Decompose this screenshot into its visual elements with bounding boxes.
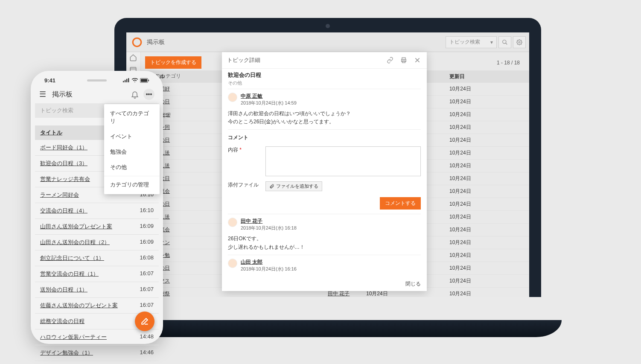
op-body: 澤田さんの歓迎会の日程はいつ頃がいいでしょうか？ 今のところ26日(金)がいいか… — [228, 108, 421, 130]
list-item[interactable]: 交流会の日程（4）16:10 — [35, 203, 159, 219]
pagination-top: 1 - 18 / 18 — [497, 60, 525, 66]
updated-date: 10月24日 — [446, 160, 529, 172]
topic-title: 歓迎会の日程 — [228, 69, 421, 79]
topic-link[interactable]: ボード同好会（1） — [40, 144, 87, 151]
topic-time: 16:07 — [140, 302, 154, 309]
close-link[interactable]: 閉じる — [405, 281, 421, 287]
topic-link[interactable]: 営業ナレッジ共有会 — [40, 175, 90, 183]
avatar — [228, 93, 237, 102]
attach-label: 添付ファイル — [228, 181, 262, 189]
op-timestamp: 2018年10月24日(水) 14:59 — [241, 100, 297, 106]
updated-date: 10月24日 — [446, 275, 529, 288]
updated-date: 10月24日 — [446, 236, 529, 249]
list-item[interactable]: 佐藤さん送別会のプレゼント案16:07 — [35, 298, 159, 314]
app-logo-icon — [130, 35, 144, 50]
create-topic-button[interactable]: トピックを作成する — [145, 56, 201, 69]
laptop-base — [94, 320, 562, 337]
svg-point-0 — [133, 38, 141, 47]
op-author[interactable]: 中原 正敏 — [241, 93, 297, 100]
list-item[interactable]: デザイン勉強会（1）14:46 — [35, 345, 159, 361]
updated-date: 10月24日 — [446, 224, 529, 236]
bell-icon[interactable] — [131, 90, 139, 99]
dropdown-item[interactable]: その他 — [104, 160, 160, 175]
comment: 山田 太郎 2018年10月24日(水) 16:16 — [228, 255, 421, 274]
updated-date: 10月24日 — [446, 288, 529, 297]
topic-link[interactable]: 創立記念日について（1） — [40, 254, 104, 262]
topic-link[interactable]: デザイン勉強会（1） — [40, 349, 93, 357]
topic-link[interactable]: 交流会の日程（4） — [40, 207, 87, 215]
topic-link[interactable]: 佐藤さん送別会のプレゼント案 — [40, 302, 118, 309]
updated-date: 10月24日 — [446, 96, 529, 108]
chevron-down-icon: ▾ — [490, 39, 493, 45]
laptop-screen: 掲示板 トピック検索 ▾ — [126, 32, 529, 297]
topic-time: 16:09 — [140, 223, 154, 230]
category-dropdown: すべてのカテゴリイベント勉強会その他 カテゴリの管理 — [104, 104, 160, 194]
topic-time: 16:07 — [140, 270, 154, 278]
list-item[interactable]: 送別会の日程（1）16:07 — [35, 282, 159, 298]
phone-frame: 9:41 ☰ 掲示板 ••• トピック検索 タイトル ボード同好会（1）歓迎会の… — [31, 71, 163, 344]
laptop-camera — [326, 24, 330, 28]
dropdown-item[interactable]: すべてのカテゴリ — [104, 106, 160, 129]
updated-date: 10月24日 — [446, 262, 529, 275]
search-button[interactable] — [498, 36, 511, 48]
list-item[interactable]: 営業交流会の日程（1）16:07 — [35, 266, 159, 282]
submit-comment-button[interactable]: コメントする — [380, 197, 421, 210]
menu-icon[interactable]: ☰ — [39, 90, 46, 99]
close-icon[interactable] — [414, 57, 422, 64]
dropdown-item[interactable]: 勉強会 — [104, 144, 160, 160]
topic-link[interactable]: 歓迎会の日程（3） — [40, 160, 87, 167]
updated-date: 10月24日 — [446, 83, 529, 96]
list-item[interactable]: 歓迎会の日程5 — [35, 361, 159, 364]
comment-body: 26日OKです。少し遅れるかもしれませんが…！ — [228, 233, 421, 255]
th-updated[interactable]: 更新日 — [449, 73, 465, 79]
comment-textarea[interactable] — [265, 146, 421, 176]
print-icon[interactable] — [400, 57, 408, 64]
topic-link[interactable]: 送別会の日程（1） — [40, 286, 87, 294]
updated-date: 10月24日 — [446, 134, 529, 147]
comment-author[interactable]: 山田 太郎 — [241, 259, 297, 266]
comment-timestamp: 2018年10月24日(水) 16:18 — [241, 225, 297, 231]
dropdown-item[interactable]: イベント — [104, 129, 160, 144]
phone-clock: 9:41 — [44, 77, 55, 84]
updated-date: 10月24日 — [446, 249, 529, 262]
svg-rect-18 — [148, 79, 149, 81]
updated-date: 10月24日 — [446, 147, 529, 160]
phone-speaker — [87, 79, 107, 82]
topic-link[interactable]: ラーメン同好会 — [40, 191, 79, 199]
settings-button[interactable] — [513, 36, 526, 48]
app-title: 掲示板 — [147, 38, 165, 46]
dropdown-manage[interactable]: カテゴリの管理 — [104, 177, 160, 192]
phone-header: ☰ 掲示板 ••• — [35, 85, 159, 103]
home-icon[interactable] — [129, 54, 138, 62]
topic-link[interactable]: 山田さん送別会の日程（2） — [40, 239, 110, 246]
topic-link[interactable]: 山田さん送別会プレゼント案 — [40, 223, 112, 230]
original-post: 中原 正敏 2018年10月24日(水) 14:59 — [228, 89, 421, 108]
topic-link[interactable]: 営業交流会の日程（1） — [40, 270, 99, 278]
topic-time: 14:48 — [140, 333, 154, 341]
phone-th-title[interactable]: タイトル — [40, 129, 62, 136]
topic-time: 14:46 — [140, 349, 154, 357]
phone-status-icons — [123, 78, 149, 83]
author-link[interactable]: 田中 花子 — [328, 291, 350, 297]
updated-date: 10月24日 — [446, 211, 529, 224]
topic-search-dropdown[interactable]: トピック検索 ▾ — [446, 36, 497, 48]
comment-section-label: コメント — [228, 130, 421, 144]
laptop-frame: 掲示板 トピック検索 ▾ — [114, 18, 541, 297]
list-item[interactable]: 創立記念日について（1）16:08 — [35, 250, 159, 266]
topic-link[interactable]: 総務交流会の日程 — [40, 317, 84, 325]
comment-author[interactable]: 田中 花子 — [241, 218, 297, 225]
more-button[interactable]: ••• — [143, 89, 154, 100]
modal-title: トピック詳細 — [227, 56, 260, 64]
topic-time: 16:10 — [140, 207, 154, 215]
link-icon[interactable] — [387, 57, 394, 64]
list-item[interactable]: 山田さん送別会プレゼント案16:09 — [35, 219, 159, 235]
svg-line-2 — [506, 43, 507, 44]
list-item[interactable]: 山田さん送別会の日程（2）16:09 — [35, 235, 159, 250]
add-file-button[interactable]: ファイルを追加する — [265, 181, 322, 191]
topic-link[interactable]: ハロウィン仮装パーティー — [40, 333, 107, 341]
topic-category: その他 — [228, 79, 421, 89]
topic-time: 16:07 — [140, 286, 154, 294]
topic-time: 16:09 — [140, 239, 154, 246]
compose-fab[interactable] — [135, 312, 154, 331]
list-item[interactable]: ハロウィン仮装パーティー14:48 — [35, 329, 159, 345]
